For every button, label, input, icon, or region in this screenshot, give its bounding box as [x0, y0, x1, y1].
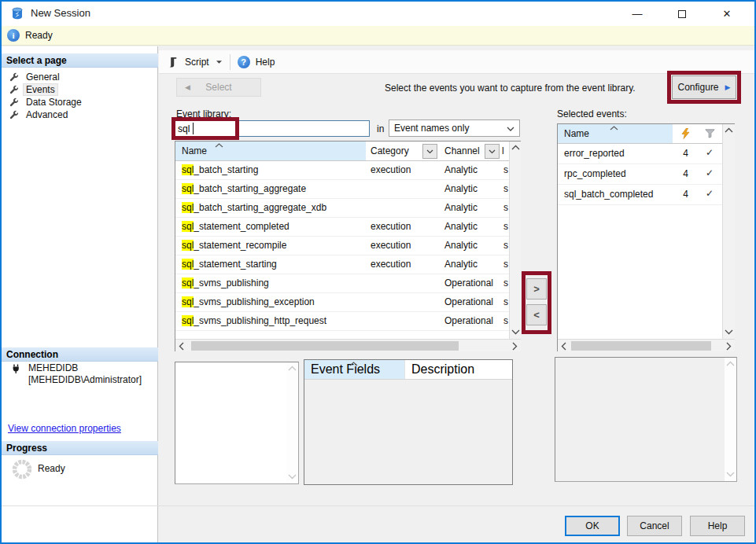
event-name: sql_svms_publishing [182, 278, 269, 289]
event-count: 4 [668, 189, 688, 200]
scroll-down-icon[interactable] [725, 329, 733, 335]
event-fields-table: Event Fields Description [304, 359, 513, 485]
event-fields-header: Event Fields Description [304, 360, 512, 380]
event-channel: Analytic [444, 259, 478, 270]
connection-header: Connection [2, 347, 158, 362]
scroll-up-icon[interactable] [288, 366, 297, 371]
minimize-button[interactable]: — [617, 2, 658, 26]
selected-event-fields-panel [555, 357, 737, 482]
footer-separator [2, 505, 754, 506]
column-header-filter[interactable] [698, 124, 722, 143]
search-input[interactable] [175, 120, 370, 137]
panel-vscrollbar[interactable] [286, 362, 298, 483]
event-name: sql_batch_completed [564, 189, 653, 200]
scroll-up-icon[interactable] [511, 145, 520, 150]
wrench-icon [9, 72, 19, 82]
column-header-name[interactable]: Name [175, 142, 366, 160]
event-channel: Analytic [444, 164, 478, 175]
channel-filter-button[interactable] [485, 144, 500, 159]
event-channel: Analytic [444, 202, 478, 213]
sidebar-item-general[interactable]: General [9, 71, 62, 83]
scroll-right-icon[interactable] [512, 342, 518, 351]
event-name: sql_statement_starting [182, 259, 277, 270]
filter-icon [705, 129, 715, 138]
scroll-down-icon[interactable] [288, 474, 297, 480]
event-count: 4 [668, 168, 688, 179]
table-row[interactable]: sql_batch_starting_aggregateAnalytics [175, 180, 509, 199]
sidebar-item-data-storage[interactable]: Data Storage [9, 96, 84, 108]
view-connection-properties-link[interactable]: View connection properties [8, 423, 121, 434]
scroll-up-icon[interactable] [725, 127, 733, 133]
sidebar-item-events[interactable]: Events [9, 83, 57, 96]
scroll-left-icon[interactable] [179, 342, 184, 351]
table-row[interactable]: sql_batch_completed4✓ [558, 185, 722, 205]
move-right-button[interactable]: > [526, 278, 547, 300]
sidebar-item-advanced[interactable]: Advanced [9, 108, 70, 121]
script-button[interactable]: Script [185, 57, 209, 68]
wrench-icon [9, 97, 19, 107]
close-button[interactable]: ✕ [706, 2, 747, 26]
scroll-left-icon[interactable] [561, 342, 566, 351]
table-row[interactable]: rpc_completed4✓ [558, 164, 722, 185]
maximize-button[interactable] [662, 2, 703, 26]
event-library-hscrollbar[interactable] [175, 339, 521, 351]
table-row[interactable]: sql_statement_completedexecutionAnalytic… [175, 218, 509, 237]
column-header-category[interactable]: Category [366, 142, 440, 160]
column-header-description[interactable]: Description [404, 360, 503, 379]
right-arrow-icon: ▶ [725, 83, 731, 91]
scroll-right-icon[interactable] [726, 342, 732, 351]
configure-button[interactable]: Configure ▶ [672, 75, 736, 99]
column-header-event-count[interactable] [673, 124, 698, 143]
select-button[interactable]: ◀ Select [176, 78, 261, 97]
selected-events-vscrollbar[interactable] [722, 124, 735, 339]
event-partial: s [503, 202, 509, 213]
hscroll-thumb[interactable] [571, 341, 711, 351]
script-dropdown-icon[interactable] [216, 60, 223, 64]
hscroll-thumb[interactable] [191, 341, 459, 351]
event-partial: s [503, 221, 509, 232]
ok-button[interactable]: OK [565, 516, 620, 536]
connection-server: MEHEDIDB [28, 362, 154, 374]
event-partial: s [503, 240, 509, 251]
table-row[interactable]: sql_statement_recompileexecutionAnalytic… [175, 237, 509, 255]
event-enabled-check: ✓ [698, 147, 721, 158]
scroll-up-icon[interactable] [726, 361, 735, 366]
window-title: New Session [31, 7, 90, 19]
sidebar: Select a page General Events Data Storag… [2, 46, 158, 544]
column-header-name[interactable]: Name [558, 124, 673, 143]
column-header-event-fields[interactable]: Event Fields [304, 360, 404, 379]
scroll-down-icon[interactable] [511, 329, 520, 335]
panel-vscrollbar[interactable] [725, 358, 736, 481]
table-row[interactable]: sql_svms_publishingOperationals [175, 274, 509, 293]
event-channel: Analytic [444, 221, 478, 232]
select-a-page-header: Select a page [2, 53, 158, 68]
wrench-icon [9, 110, 19, 119]
table-row[interactable]: sql_svms_publishing_http_requestOperatio… [175, 312, 509, 331]
cancel-button[interactable]: Cancel [627, 516, 682, 536]
search-scope-dropdown[interactable]: Event names only [389, 119, 520, 137]
event-description-panel [175, 362, 299, 484]
table-row[interactable]: sql_batch_startingexecutionAnalytics [175, 161, 509, 180]
status-bar: i Ready [2, 26, 754, 46]
event-category: execution [371, 164, 411, 175]
table-row[interactable]: sql_batch_starting_aggregate_xdbAnalytic… [175, 199, 509, 218]
table-row[interactable]: error_reported4✓ [558, 144, 722, 164]
event-name: sql_batch_starting [182, 164, 258, 175]
event-partial: s [503, 164, 509, 175]
selected-events-hscrollbar[interactable] [558, 339, 735, 351]
move-buttons-annotation: > < [522, 271, 551, 334]
script-icon [167, 56, 179, 68]
move-left-button[interactable]: < [526, 304, 547, 325]
main-panel: Script ? Help ◀ Select Select the events… [159, 46, 754, 544]
category-filter-button[interactable] [422, 144, 437, 159]
connection-account: [MEHEDIDB\Administrator] [28, 374, 154, 386]
event-name: sql_svms_publishing_exception [182, 296, 315, 307]
table-row[interactable]: sql_statement_startingexecutionAnalytics [175, 255, 509, 274]
column-header-channel[interactable]: Channel [440, 142, 502, 160]
help-button[interactable]: Help [690, 516, 745, 536]
table-row[interactable]: sql_svms_publishing_exceptionOperational… [175, 293, 509, 312]
new-session-dialog: New Session — ✕ i Ready Select a page Ge… [0, 0, 756, 544]
help-button[interactable]: Help [256, 57, 275, 68]
event-library-vscrollbar[interactable] [509, 142, 521, 339]
scroll-down-icon[interactable] [726, 472, 735, 477]
